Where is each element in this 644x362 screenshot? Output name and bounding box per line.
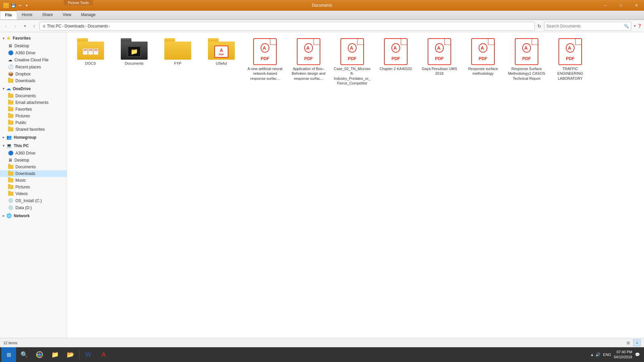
sidebar-item-videos[interactable]: Videos	[0, 190, 67, 197]
tab-home[interactable]: Home	[17, 11, 38, 19]
tab-share[interactable]: Share	[38, 11, 58, 19]
help-button[interactable]: ❓	[637, 24, 642, 28]
pdf-item-7[interactable]: A PDF TRAFFIC ENGINEERING LABORATORY	[550, 36, 590, 88]
taskbar-word[interactable]: W	[81, 347, 96, 362]
svg-text:A: A	[524, 45, 528, 51]
quick-save-icon[interactable]: 💾	[11, 3, 16, 8]
forward-button[interactable]: ›	[11, 22, 19, 30]
sidebar-item-label: Dropbox	[15, 72, 31, 76]
sidebar-item-pictures[interactable]: Pictures	[0, 184, 67, 190]
volume-icon[interactable]: 🔊	[595, 352, 600, 357]
sidebar-item-public[interactable]: Public	[0, 119, 67, 126]
folder-icon	[8, 192, 13, 196]
onedrive-header[interactable]: ▾ ☁ OneDrive	[0, 85, 67, 93]
a360-icon: 🔵	[8, 50, 13, 55]
desktop-pc-icon: 🖥	[8, 158, 12, 163]
file-name: Chapter 2 KA40102	[380, 66, 412, 71]
dropdown-icon[interactable]: ▾	[24, 3, 30, 8]
taskbar-search[interactable]: 🔍	[17, 347, 32, 362]
sidebar-item-desktop-pc[interactable]: 🖥 Desktop	[0, 157, 67, 164]
clock[interactable]: 07:40 PM 04/10/2018	[614, 350, 632, 360]
dropdown-button[interactable]: ▾	[21, 22, 29, 30]
breadcrumb-this-pc[interactable]: This PC	[47, 24, 61, 28]
sidebar-item-documents-pc[interactable]: Documents	[0, 164, 67, 170]
svg-text:A: A	[481, 45, 484, 51]
svg-point-11	[38, 353, 41, 356]
sidebar-item-d-drive[interactable]: 💿 Data (D:)	[0, 204, 67, 211]
pdf-item-0[interactable]: A PDF A new artificial neural network-ba…	[245, 36, 285, 88]
sidebar-item-a360-pc[interactable]: 🔵 A360 Drive	[0, 149, 67, 157]
pdf-item-3[interactable]: A PDF Chapter 2 KA40102	[376, 36, 416, 88]
sidebar-item-email-attachments[interactable]: Email attachments	[0, 99, 67, 106]
search-input[interactable]	[546, 24, 623, 28]
taskbar-files[interactable]: 📁	[48, 347, 62, 362]
sidebar-item-label: A360 Drive	[15, 51, 35, 55]
sidebar-item-od-favorites[interactable]: Favorites	[0, 106, 67, 113]
sidebar-item-shared-favorites[interactable]: Shared favorites	[0, 126, 67, 133]
time-display: 07:40 PM	[616, 350, 632, 355]
network-header[interactable]: ▸ 🌐 Network	[0, 212, 67, 220]
folder-item-docs[interactable]: DOCS	[70, 36, 111, 88]
taskbar-chrome[interactable]	[32, 347, 47, 362]
pdf-item-6[interactable]: A PDF Response Surface Methodology1 CASO…	[506, 36, 547, 88]
sidebar-item-od-documents[interactable]: Documents	[0, 93, 67, 99]
folder-item-documents[interactable]: 📁 Documents	[114, 36, 154, 88]
sidebar-item-downloads-pc[interactable]: Downloads	[0, 170, 67, 177]
favorites-header[interactable]: ▾ ★ Favorites	[0, 34, 67, 42]
tab-manage[interactable]: Manage	[76, 11, 101, 19]
pdf-label: PDF	[479, 56, 487, 61]
sidebar-item-od-pictures[interactable]: Pictures	[0, 113, 67, 119]
options-button[interactable]: ▾	[634, 24, 636, 28]
pdf-item-1[interactable]: A PDF Application of Box–Behnken design …	[288, 36, 329, 88]
search-icon[interactable]: 🔍	[624, 24, 629, 28]
folder-item-fyp[interactable]: FYP	[158, 36, 198, 88]
up-arrow-icon[interactable]: ▲	[590, 352, 594, 357]
up-button[interactable]: ↑	[30, 22, 38, 30]
breadcrumb-documents[interactable]: Documents	[88, 24, 108, 28]
sidebar-item-label: Music	[15, 178, 26, 183]
system-tray: ▲ 🔊	[590, 352, 600, 357]
onedrive-label: OneDrive	[13, 86, 31, 91]
start-button[interactable]: ⊞	[1, 347, 16, 362]
homegroup-header[interactable]: ▸ 👥 Homegroup	[0, 133, 67, 141]
pdf-item-4[interactable]: A PDF Gaya Penulisan UMS 2018	[419, 36, 460, 88]
sidebar-item-desktop[interactable]: 🖥 Desktop	[0, 42, 67, 49]
favorites-label: Favorites	[13, 36, 31, 41]
search-box: 🔍	[544, 22, 631, 31]
this-pc-header[interactable]: ▾ 💻 This PC	[0, 142, 67, 149]
sidebar-item-dropbox[interactable]: 📦 Dropbox	[0, 70, 67, 77]
large-icons-button[interactable]: ⊞	[625, 340, 632, 346]
sidebar-item-downloads-fav[interactable]: Downloads	[0, 77, 67, 84]
details-button[interactable]: ≡	[633, 340, 641, 346]
homegroup-label: Homegroup	[14, 135, 36, 140]
sidebar-item-recent[interactable]: 🕐 Recent places	[0, 63, 67, 70]
maximize-button[interactable]: □	[613, 0, 629, 11]
sidebar-item-music[interactable]: Music	[0, 177, 67, 184]
notification-icon[interactable]: 💬	[635, 352, 640, 357]
sidebar-item-label: Desktop	[14, 44, 29, 48]
tab-view[interactable]: View	[58, 11, 76, 19]
folder-icon	[8, 172, 13, 176]
taskbar-explorer[interactable]: 📂	[63, 347, 78, 362]
close-button[interactable]: ✕	[629, 0, 644, 11]
sidebar-item-label: Shared favorites	[15, 127, 45, 132]
folder-item-useful[interactable]: A PDF USeful	[201, 36, 241, 88]
sidebar-item-a360[interactable]: 🔵 A360 Drive	[0, 49, 67, 56]
sidebar-item-creative-cloud[interactable]: ☁ Creative Cloud File	[0, 56, 67, 63]
taskbar-acrobat[interactable]: A	[96, 347, 111, 362]
language-indicator[interactable]: ENG	[603, 353, 611, 357]
content-area: DOCS 📁 Documents	[67, 32, 644, 338]
sidebar-item-c-drive[interactable]: 💿 OS_Install (C:)	[0, 197, 67, 204]
back-button[interactable]: ‹	[2, 22, 10, 30]
pdf-item-5[interactable]: A PDF Response surface methodology	[463, 36, 503, 88]
refresh-button[interactable]: ↻	[536, 23, 543, 29]
undo-icon[interactable]: ↩	[17, 3, 23, 8]
sidebar-item-label: Pictures	[15, 114, 30, 118]
tab-file[interactable]: File	[0, 10, 17, 19]
pdf-item-2[interactable]: A PDF Case_02_TN_Microsoft-Industry_Pred…	[332, 36, 372, 88]
file-name: A new artificial neural network-based re…	[246, 66, 284, 81]
breadcrumb-downloads[interactable]: Downloads	[64, 24, 84, 28]
address-bar: ‹ › ▾ ↑ 🖥 This PC › Downloads › Document…	[0, 20, 644, 32]
minimize-button[interactable]: ─	[598, 0, 613, 11]
pdf-icon: A PDF	[471, 38, 495, 65]
